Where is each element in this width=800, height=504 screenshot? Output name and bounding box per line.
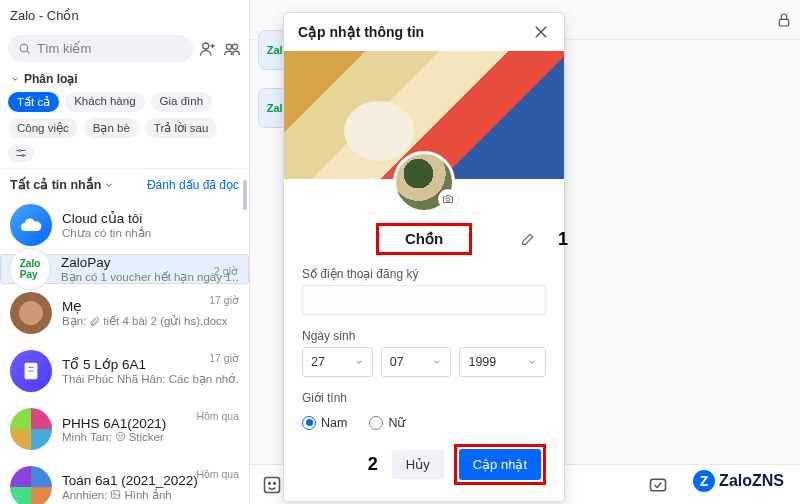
- dob-field: Ngày sinh 27 07 1999: [284, 315, 564, 377]
- svg-rect-20: [265, 477, 280, 492]
- chat-sub: Chưa có tin nhắn: [62, 226, 239, 240]
- avatar: [10, 408, 52, 450]
- chat-sub: Bạn: tiết 4 bài 2 (gửi hs).docx: [62, 314, 239, 328]
- chevron-down-icon: [10, 74, 20, 84]
- sidebar: Zalo - Chồn Tìm kiếm Phân loại Tất cả Kh…: [0, 0, 250, 504]
- chat-sub: Minh Tan: Sticker: [62, 431, 239, 443]
- svg-point-15: [118, 435, 119, 436]
- dob-month-select[interactable]: 07: [381, 347, 452, 377]
- chevron-down-icon: [527, 357, 537, 367]
- search-row: Tìm kiếm: [0, 31, 249, 70]
- chip-family[interactable]: Gia đình: [151, 92, 212, 112]
- gender-male[interactable]: Nam: [302, 416, 347, 430]
- sliders-icon: [14, 147, 28, 159]
- chip-friends[interactable]: Bạn bè: [84, 118, 139, 138]
- dob-year-select[interactable]: 1999: [459, 347, 546, 377]
- avatar: [10, 350, 52, 392]
- svg-point-5: [226, 44, 231, 49]
- svg-rect-25: [651, 479, 666, 491]
- chat-time: Hôm qua: [196, 468, 239, 480]
- chevron-down-icon: [354, 357, 364, 367]
- svg-point-18: [114, 493, 116, 495]
- svg-point-16: [121, 435, 122, 436]
- lock-icon[interactable]: [776, 12, 792, 28]
- svg-line-1: [27, 51, 29, 53]
- chat-sub: Thái Phúc Nhã Hân: Các bạn nhớ…: [62, 372, 239, 386]
- cloud-icon: [10, 204, 52, 246]
- chat-sub: Annhien: Hình ảnh: [62, 488, 239, 502]
- gender-female[interactable]: Nữ: [369, 415, 405, 430]
- close-icon[interactable]: [532, 23, 550, 41]
- msg-header-title[interactable]: Tất cả tin nhắn: [10, 177, 101, 192]
- chip-all[interactable]: Tất cả: [8, 92, 59, 112]
- change-avatar-button[interactable]: [438, 189, 458, 209]
- chip-settings[interactable]: [8, 144, 34, 162]
- annotation-2: 2: [368, 454, 378, 475]
- chat-name: Cloud của tôi: [62, 210, 239, 226]
- edit-name-icon[interactable]: [520, 231, 536, 247]
- svg-rect-19: [779, 19, 788, 26]
- avatar: [10, 466, 52, 504]
- message-header: Tất cả tin nhắn Đánh dấu đã đọc: [0, 168, 249, 196]
- chat-time: 17 giờ: [209, 294, 239, 306]
- modal-header: Cập nhật thông tin: [284, 13, 564, 51]
- radio-icon: [369, 416, 383, 430]
- attachment-icon: [89, 316, 100, 327]
- create-group-icon[interactable]: [223, 40, 241, 58]
- svg-point-0: [20, 44, 28, 52]
- chip-work[interactable]: Công việc: [8, 118, 78, 138]
- sticker-icon[interactable]: [262, 475, 282, 495]
- avatar: [10, 292, 52, 334]
- cancel-button[interactable]: Hủy: [392, 450, 444, 479]
- phone-label: Số điện thoại đăng ký: [302, 267, 546, 281]
- modal-title: Cập nhật thông tin: [298, 24, 424, 40]
- add-friend-icon[interactable]: [199, 40, 217, 58]
- radio-icon: [302, 416, 316, 430]
- gender-label: Giới tính: [302, 391, 546, 405]
- annotation-1: 1: [558, 229, 568, 250]
- chat-item[interactable]: Tổ 5 Lớp 6A1Thái Phúc Nhã Hân: Các bạn n…: [0, 342, 249, 400]
- name-row: Chồn 1: [284, 213, 564, 261]
- camera-icon: [442, 193, 454, 205]
- search-input[interactable]: Tìm kiếm: [8, 35, 193, 62]
- svg-point-28: [446, 198, 450, 202]
- phone-field: Số điện thoại đăng ký: [284, 261, 564, 315]
- chat-item[interactable]: Toán 6a1 (2021_2022) Annhien: Hình ảnh H…: [0, 458, 249, 504]
- chip-customer[interactable]: Khách hàng: [65, 92, 144, 112]
- zalo-zns-logo: Z ZaloZNS: [693, 470, 784, 492]
- update-button[interactable]: Cập nhật: [459, 449, 541, 480]
- dob-label: Ngày sinh: [302, 329, 546, 343]
- display-name: Chồn: [376, 223, 472, 255]
- svg-point-22: [274, 482, 276, 484]
- chevron-down-icon: [104, 180, 114, 190]
- image-icon: [110, 489, 121, 500]
- chat-time: Hôm qua: [196, 410, 239, 422]
- dob-day-select[interactable]: 27: [302, 347, 373, 377]
- scrollbar-thumb[interactable]: [243, 180, 247, 210]
- svg-point-21: [269, 482, 271, 484]
- chat-item[interactable]: Mẹ Bạn: tiết 4 bài 2 (gửi hs).docx 17 gi…: [0, 284, 249, 342]
- chip-reply-later[interactable]: Trả lời sau: [145, 118, 217, 138]
- svg-point-6: [232, 44, 237, 49]
- logo-text: ZaloZNS: [719, 472, 784, 490]
- search-icon: [18, 42, 31, 55]
- chat-item-zalopay[interactable]: ZaloPay ZaloPayBạn có 1 voucher hết hạn …: [0, 254, 249, 284]
- chat-time: 2 giờ: [214, 265, 238, 277]
- chat-time: 17 giờ: [209, 352, 239, 364]
- gender-field: Giới tính Nam Nữ: [284, 377, 564, 430]
- chevron-down-icon: [432, 357, 442, 367]
- update-profile-modal: Cập nhật thông tin Chồn 1 Số điện thoại …: [283, 12, 565, 502]
- mark-all-read[interactable]: Đánh dấu đã đọc: [147, 178, 239, 192]
- logo-z: Z: [693, 470, 715, 492]
- svg-point-2: [203, 43, 209, 49]
- svg-point-9: [19, 150, 21, 152]
- chat-item[interactable]: PHHS 6A1(2021) Minh Tan: Sticker Hôm qua: [0, 400, 249, 458]
- svg-point-14: [116, 432, 124, 440]
- chat-item-cloud[interactable]: Cloud của tôiChưa có tin nhắn: [0, 196, 249, 254]
- modal-actions: 2 Hủy Cập nhật: [284, 430, 564, 501]
- category-toggle[interactable]: Phân loại: [0, 70, 249, 92]
- svg-point-10: [22, 155, 24, 157]
- phone-input[interactable]: [302, 285, 546, 315]
- quick-reply-icon[interactable]: [648, 475, 668, 495]
- avatar-section: [284, 151, 564, 213]
